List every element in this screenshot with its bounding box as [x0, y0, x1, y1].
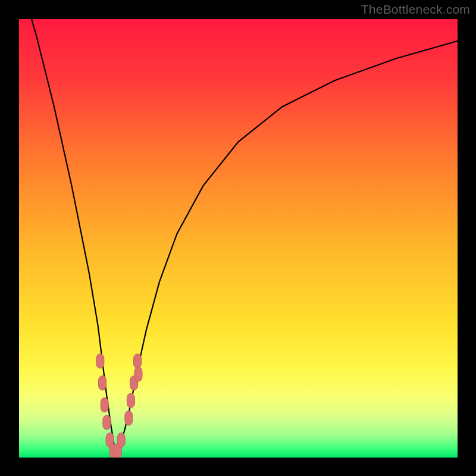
highlight-marker — [96, 354, 104, 368]
highlight-marker — [125, 411, 133, 425]
highlight-marker — [134, 354, 142, 368]
plot-area — [19, 19, 458, 458]
chart-svg — [19, 19, 458, 458]
highlight-marker — [117, 433, 125, 447]
outer-frame: TheBottleneck.com — [0, 0, 476, 476]
highlight-marker — [127, 393, 134, 408]
highlight-marker — [134, 367, 142, 381]
highlight-marker — [101, 398, 108, 412]
highlight-marker — [103, 415, 111, 430]
bottleneck-curve — [19, 19, 458, 453]
highlight-marker — [99, 376, 107, 390]
watermark-text: TheBottleneck.com — [361, 2, 470, 17]
